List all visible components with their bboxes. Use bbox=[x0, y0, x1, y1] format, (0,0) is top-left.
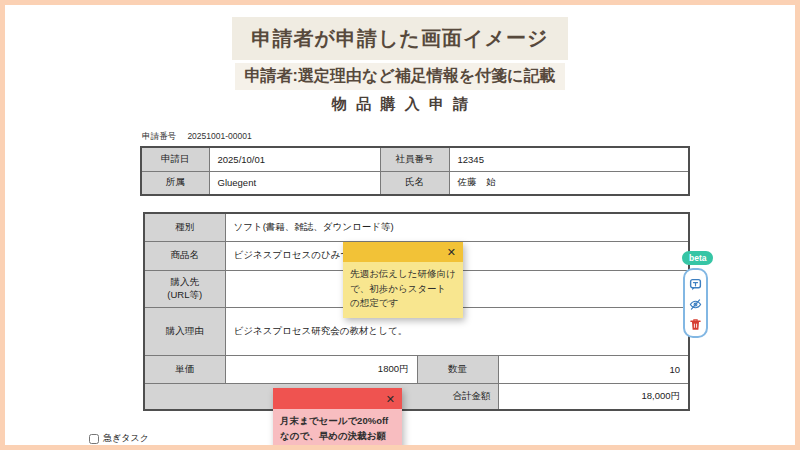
sticky-note-red[interactable]: ✕ 月末までセールで20%offなので、早めの決裁お願いします bbox=[273, 388, 402, 450]
name-value: 佐藤 始 bbox=[449, 171, 689, 195]
sticky-note-red-header: ✕ bbox=[273, 388, 402, 409]
text-note-icon[interactable] bbox=[689, 277, 702, 290]
product-name-label: 商品名 bbox=[144, 241, 225, 270]
sticky-note-red-text: 月末までセールで20%offなので、早めの決裁お願いします bbox=[273, 409, 402, 450]
employee-no-label: 社員番号 bbox=[380, 147, 449, 171]
table-row: 合計金額 18,000円 bbox=[144, 383, 689, 410]
purchase-source-label-line1: 購入先 bbox=[171, 276, 200, 287]
department-label: 所属 bbox=[141, 171, 209, 195]
urgent-task-row: 急ぎタスク bbox=[89, 432, 149, 445]
sticky-note-yellow-header: ✕ bbox=[343, 242, 463, 262]
form-title-row: 物品購入申請 bbox=[5, 95, 795, 114]
banner-title-row: 申請者が申請した画面イメージ bbox=[5, 17, 795, 60]
delete-trash-icon[interactable] bbox=[689, 317, 702, 330]
total-amount-value: 18,000円 bbox=[498, 383, 689, 410]
applicant-form-screenshot: 申請者が申請した画面イメージ 申請者:選定理由など補足情報を付箋に記載 物品購入… bbox=[0, 0, 800, 450]
table-row: 申請日 2025/10/01 社員番号 12345 bbox=[141, 147, 689, 171]
hide-eye-icon[interactable] bbox=[689, 297, 702, 310]
apply-date-value: 2025/10/01 bbox=[209, 147, 380, 171]
quantity-label: 数量 bbox=[417, 355, 498, 383]
sticky-note-yellow-text: 先週お伝えした研修向けで、初歩からスタートの想定です bbox=[343, 262, 463, 318]
name-label: 氏名 bbox=[380, 171, 449, 195]
application-number-label: 申請番号 bbox=[142, 131, 176, 141]
table-row: 所属 Gluegent 氏名 佐藤 始 bbox=[141, 171, 689, 195]
sticky-note-yellow[interactable]: ✕ 先週お伝えした研修向けで、初歩からスタートの想定です bbox=[343, 242, 463, 318]
unit-price-value: 1800円 bbox=[225, 355, 417, 383]
close-icon[interactable]: ✕ bbox=[386, 393, 395, 404]
application-number-value: 20251001-00001 bbox=[187, 131, 251, 141]
sticky-note-toolbar bbox=[683, 268, 708, 338]
purchase-source-label: 購入先 (URL等) bbox=[144, 270, 225, 307]
urgent-task-checkbox[interactable] bbox=[89, 434, 99, 444]
table-row: 種別 ソフト(書籍、雑誌、ダウンロード等) bbox=[144, 213, 689, 241]
department-value: Gluegent bbox=[209, 171, 380, 195]
purchase-source-label-line2: (URL等) bbox=[145, 289, 225, 302]
table-row: 単価 1800円 数量 10 bbox=[144, 355, 689, 383]
quantity-value: 10 bbox=[498, 355, 689, 383]
employee-no-value: 12345 bbox=[449, 147, 689, 171]
category-label: 種別 bbox=[144, 213, 225, 241]
unit-price-label: 単価 bbox=[144, 355, 225, 383]
page-title: 申請者が申請した画面イメージ bbox=[232, 17, 569, 60]
page-subtitle: 申請者:選定理由など補足情報を付箋に記載 bbox=[235, 63, 566, 90]
purchase-reason-label: 購入理由 bbox=[144, 307, 225, 355]
form-title: 物品購入申請 bbox=[322, 95, 477, 114]
application-number: 申請番号 20251001-00001 bbox=[142, 131, 252, 143]
category-value: ソフト(書籍、雑誌、ダウンロード等) bbox=[225, 213, 689, 241]
applicant-info-table: 申請日 2025/10/01 社員番号 12345 所属 Gluegent 氏名… bbox=[140, 146, 690, 196]
close-icon[interactable]: ✕ bbox=[447, 247, 456, 258]
banner-subtitle-row: 申請者:選定理由など補足情報を付箋に記載 bbox=[5, 63, 795, 90]
urgent-task-label: 急ぎタスク bbox=[103, 432, 149, 445]
apply-date-label: 申請日 bbox=[141, 147, 209, 171]
beta-badge: beta bbox=[682, 251, 713, 265]
